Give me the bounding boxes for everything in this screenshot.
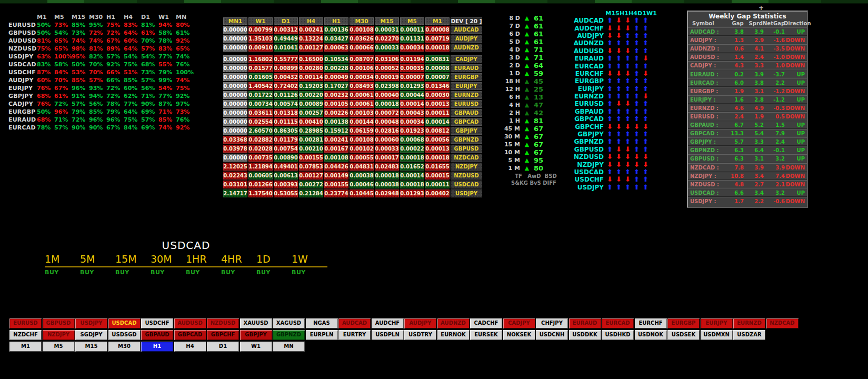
- symbol-button-xauusd[interactable]: XAUUSD: [240, 318, 272, 328]
- symbol-button-usdcad[interactable]: USDCAD: [108, 318, 141, 328]
- gap-row: EURCAD :6.03.82.2UP: [688, 78, 807, 87]
- symbol-button-ngas[interactable]: NGAS: [306, 318, 338, 328]
- dev-pair-label: NZDCAD: [451, 154, 482, 162]
- symbol-button-gbpnzd[interactable]: GBPNZD: [273, 330, 305, 340]
- awd-row: 2 H▲42: [501, 109, 570, 117]
- symbol-button-nzdcad[interactable]: NZDCAD: [766, 318, 799, 328]
- gap-spread: 2.9: [744, 37, 764, 43]
- symbol-button-usdjpy[interactable]: USDJPY: [75, 318, 107, 328]
- dev-cell: 0.00011: [425, 181, 450, 188]
- gap-spread: 3.9: [744, 29, 764, 35]
- arrow-down-icon: ⬇: [623, 123, 632, 131]
- symbol-button-cadchf[interactable]: CADCHF: [470, 318, 502, 328]
- symbol-button-eurusd[interactable]: EURUSD: [9, 318, 42, 328]
- symbol-button-eurgbp[interactable]: EURGBP: [667, 318, 700, 328]
- symbol-button-gbpjpy[interactable]: GBPJPY: [240, 330, 272, 340]
- symbol-button-eursek[interactable]: EURSEK: [470, 330, 502, 340]
- timeframe-button-m1[interactable]: M1: [9, 342, 42, 352]
- awd-value: 45: [534, 77, 543, 85]
- matrix-percent-cell: 96%: [89, 116, 106, 124]
- symbol-button-gbpaud[interactable]: GBPAUD: [141, 330, 173, 340]
- gap-netgap: -3.7: [764, 72, 785, 77]
- matrix-percent-cell: 71%: [158, 108, 176, 116]
- symbol-button-eurpln[interactable]: EURPLN: [306, 330, 338, 340]
- symbol-button-chfjpy[interactable]: CHFJPY: [536, 318, 568, 328]
- symbol-button-audnzd[interactable]: AUDNZD: [437, 318, 470, 328]
- timeframe-button-m30[interactable]: M30: [108, 342, 141, 352]
- arrow-down-icon: ⬇: [641, 55, 650, 62]
- symbol-button-usdhkd[interactable]: USDHKD: [602, 330, 634, 340]
- dev-pair-label: NZDUSD: [451, 172, 482, 179]
- symbol-button-noksek[interactable]: NOKSEK: [503, 330, 535, 340]
- awd-value: 80: [534, 164, 543, 172]
- matrix-percent-cell: 56%: [89, 101, 106, 108]
- timeframe-button-m5[interactable]: M5: [43, 342, 75, 352]
- symbol-button-gbpusd[interactable]: GBPUSD: [43, 318, 75, 328]
- matrix-percent-cell: 74%: [158, 124, 176, 132]
- symbol-button-usdzar[interactable]: USDZAR: [733, 330, 765, 340]
- arrow-up-icon: ⬆: [632, 25, 641, 32]
- dev-cell: 0.00127: [299, 44, 323, 52]
- symbol-button-xagusd[interactable]: XAGUSD: [273, 318, 305, 328]
- symbol-button-gbpcad[interactable]: GBPCAD: [174, 330, 206, 340]
- symbol-button-eurnok[interactable]: EURNOK: [437, 330, 470, 340]
- timeframe-button-w1[interactable]: W1: [240, 342, 272, 352]
- symbol-button-gbpchf[interactable]: GBPCHF: [207, 330, 239, 340]
- dev-cell: 0.01266: [248, 181, 273, 188]
- symbol-button-eurtry[interactable]: EURTRY: [338, 330, 371, 340]
- gap-row: GBPAUD :6.75.21.5UP: [688, 121, 807, 129]
- dev-cell: 0.00000: [223, 35, 247, 43]
- symbol-button-usddkk[interactable]: USDDKK: [569, 330, 601, 340]
- symbol-button-eurcad[interactable]: EURCAD: [602, 318, 634, 328]
- symbol-button-usdtry[interactable]: USDTRY: [404, 330, 436, 340]
- symbol-button-usdsgd[interactable]: USDSGD: [108, 330, 141, 340]
- symbol-button-usdpln[interactable]: USDPLN: [372, 330, 404, 340]
- arrow-down-icon: ⬇: [623, 176, 632, 183]
- symbol-button-usdcnh[interactable]: USDCNH: [536, 330, 568, 340]
- gap-value: 1.6: [726, 97, 744, 103]
- symbol-button-usdchf[interactable]: USDCHF: [141, 318, 173, 328]
- gap-row: AUDJPY :1.32.9-1.6DOWN: [688, 36, 807, 44]
- awd-value: 59: [534, 69, 543, 77]
- symbol-button-audjpy[interactable]: AUDJPY: [404, 318, 436, 328]
- arrow-down-icon: ⬇: [641, 93, 650, 100]
- dev-cell: 0.00155: [299, 154, 323, 162]
- trend-row: GBPCHF⬇⬇⬇⬇⬇: [570, 123, 655, 130]
- symbol-button-eurnzd[interactable]: EURNZD: [733, 318, 765, 328]
- timeframe-button-h1[interactable]: H1: [141, 342, 173, 352]
- timeframe-button-d1[interactable]: D1: [207, 342, 239, 352]
- matrix-percent-cell: 57%: [89, 77, 106, 85]
- matrix-percent-cell: 96%: [54, 108, 72, 116]
- timeframe-button-h4[interactable]: H4: [174, 342, 206, 352]
- symbol-button-eurjpy[interactable]: EURJPY: [701, 318, 733, 328]
- symbol-button-usdnok[interactable]: USDNOK: [635, 330, 667, 340]
- gap-row: AUDUSD :1.42.4-1.0DOWN: [688, 53, 807, 61]
- symbol-button-nzdjpy[interactable]: NZDJPY: [43, 330, 75, 340]
- symbol-button-nzdchf[interactable]: NZDCHF: [9, 330, 42, 340]
- signal-symbol-title: USDCAD: [45, 239, 327, 252]
- symbol-button-sgdjpy[interactable]: SGDJPY: [75, 330, 107, 340]
- matrix-percent-cell: 100%: [54, 53, 72, 61]
- symbol-button-eurchf[interactable]: EURCHF: [635, 318, 667, 328]
- symbol-button-audchf[interactable]: AUDCHF: [372, 318, 404, 328]
- symbol-button-euraud[interactable]: EURAUD: [569, 318, 601, 328]
- awd-row: 6 D▲61: [501, 30, 570, 38]
- symbol-button-cadjpy[interactable]: CADJPY: [503, 318, 535, 328]
- symbol-button-audusd[interactable]: AUDUSD: [174, 318, 206, 328]
- dev-cell: 0.49449: [274, 35, 298, 43]
- matrix-percent-cell: 57%: [141, 77, 158, 85]
- arrow-up-icon: ⬆: [623, 184, 632, 191]
- symbol-button-usdmxn[interactable]: USDMXN: [701, 330, 733, 340]
- timeframe-button-m15[interactable]: M15: [75, 342, 107, 352]
- gap-direction: UP: [785, 97, 806, 103]
- symbol-button-nzdusd[interactable]: NZDUSD: [207, 318, 239, 328]
- timeframe-button-mn[interactable]: MN: [273, 342, 305, 352]
- arrow-down-icon: ⬇: [641, 70, 650, 77]
- awd-row: 2 D▲64: [501, 62, 570, 69]
- symbol-button-usdsek[interactable]: USDSEK: [667, 330, 700, 340]
- dev-cell: 0.00136: [324, 26, 348, 34]
- trend-pair-label: EURNZD: [570, 93, 605, 100]
- gap-header-direction: Direction: [784, 21, 805, 26]
- signal-timeframe-row: 1M5M15M30M1HR4HR1D1W: [45, 253, 327, 267]
- symbol-button-audcad[interactable]: AUDCAD: [338, 318, 371, 328]
